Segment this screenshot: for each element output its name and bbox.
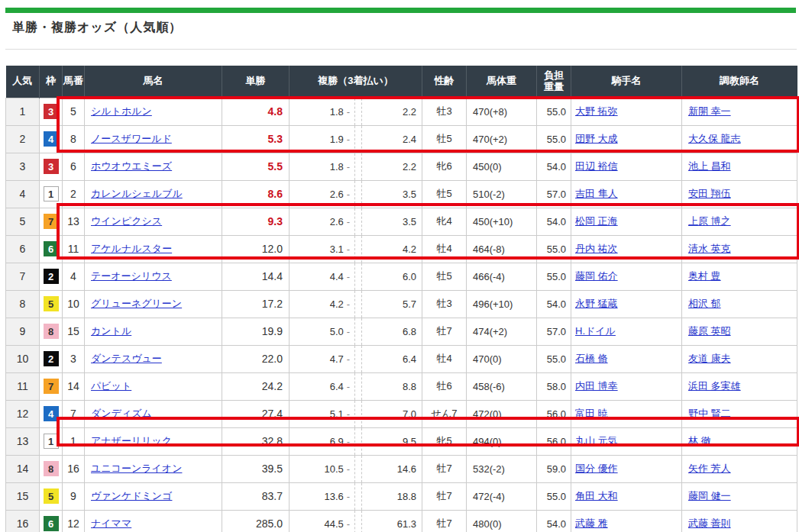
jockey-link[interactable]: 丹内 祐次: [575, 243, 618, 254]
horse-name-link[interactable]: カントル: [91, 325, 131, 337]
place-odds-cell: 5.0-6.8: [290, 318, 422, 345]
bracket-badge: 6: [44, 516, 59, 531]
jockey-link[interactable]: 石橋 脩: [575, 353, 608, 364]
horse-name-link[interactable]: ナイママ: [91, 517, 131, 529]
place-odds-low: 2.6: [290, 216, 344, 227]
horse-number-cell: 4: [63, 263, 85, 290]
bracket-cell: 1: [40, 427, 63, 455]
place-odds-separator: [354, 483, 362, 510]
rank-cell: 16: [6, 510, 40, 532]
trainer-link[interactable]: 浜田 多実雄: [688, 380, 741, 392]
jockey-link[interactable]: 永野 猛蔵: [575, 298, 618, 309]
horse-name-link[interactable]: テーオーシリウス: [91, 270, 172, 282]
place-odds-dash: -: [347, 491, 350, 502]
bracket-badge: 3: [44, 104, 59, 119]
jockey-cell: 丸山 元気: [571, 427, 682, 455]
jockey-cell: 吉田 隼人: [571, 180, 682, 208]
horse-name-cell: ダンテスヴュー: [85, 345, 222, 372]
horse-name-link[interactable]: カレンルシェルブル: [91, 188, 183, 199]
horse-number-cell: 1: [63, 427, 85, 455]
impost-cell: 55.0: [537, 98, 571, 125]
jockey-link[interactable]: H.ドイル: [575, 325, 616, 337]
trainer-cell: 野中 賢二: [682, 400, 797, 427]
horse-name-link[interactable]: ダンテスヴュー: [91, 353, 162, 364]
place-odds-cell: 1.8-2.2: [290, 153, 422, 180]
place-odds-separator: [354, 318, 362, 345]
horse-name-link[interactable]: ホウオウエミーズ: [91, 160, 172, 172]
trainer-link[interactable]: 林 徹: [688, 435, 711, 447]
jockey-link[interactable]: 吉田 隼人: [575, 188, 618, 199]
trainer-link[interactable]: 相沢 郁: [688, 298, 721, 309]
horse-name-link[interactable]: ユニコーンライオン: [91, 463, 182, 474]
trainer-link[interactable]: 大久保 龍志: [688, 133, 741, 144]
place-odds-separator: [354, 208, 362, 235]
bracket-badge: 3: [44, 159, 59, 174]
horse-name-link[interactable]: グリューネグリーン: [91, 298, 182, 309]
horse-number-cell: 15: [63, 318, 85, 345]
jockey-link[interactable]: 丸山 元気: [575, 435, 618, 447]
place-odds-dash: -: [347, 408, 350, 420]
place-odds-cell: 1.8-2.2: [290, 98, 422, 125]
place-odds-cell: 10.5-14.6: [290, 455, 422, 482]
trainer-link[interactable]: 池上 昌和: [688, 160, 731, 172]
table-row: 11714パビット24.26.4-8.8牡6458(-6)58.0内田 博幸浜田…: [6, 372, 797, 400]
trainer-link[interactable]: 武藤 善則: [688, 517, 731, 529]
header-bracket: 枠: [40, 66, 63, 98]
place-odds-high: 7.0: [362, 408, 422, 420]
place-odds-high: 6.0: [362, 271, 422, 282]
trainer-link[interactable]: 安田 翔伍: [688, 188, 731, 199]
trainer-link[interactable]: 矢作 芳人: [688, 463, 731, 474]
place-odds-dash: -: [347, 518, 350, 530]
jockey-link[interactable]: 田辺 裕信: [575, 160, 618, 172]
impost-cell: 57.0: [537, 180, 571, 208]
horse-name-link[interactable]: アケルナルスター: [91, 243, 172, 254]
place-odds-high: 6.4: [362, 353, 422, 365]
trainer-link[interactable]: 藤岡 健一: [688, 490, 731, 501]
trainer-link[interactable]: 新開 幸一: [688, 105, 731, 117]
bracket-cell: 1: [40, 180, 63, 208]
trainer-link[interactable]: 野中 賢二: [688, 408, 731, 419]
horse-name-cell: ユニコーンライオン: [85, 455, 222, 482]
trainer-link[interactable]: 清水 英克: [688, 243, 731, 254]
table-row: 135シルトホルン4.81.8-2.2牡3470(+8)55.0大野 拓弥新開 …: [6, 98, 797, 125]
jockey-link[interactable]: 武藤 雅: [575, 517, 608, 529]
place-odds-low: 13.6: [290, 491, 344, 502]
horse-name-link[interactable]: ダンディズム: [91, 408, 152, 419]
jockey-link[interactable]: 内田 博幸: [575, 380, 618, 392]
jockey-link[interactable]: 藤岡 佑介: [575, 270, 618, 282]
body-weight-cell: 510(-2): [467, 180, 537, 208]
horse-name-link[interactable]: ヴァンケドミンゴ: [91, 490, 172, 501]
bracket-badge: 2: [44, 351, 59, 366]
table-row: 14816ユニコーンライオン39.510.5-14.6牡7532(-2)59.0…: [6, 455, 797, 482]
jockey-cell: 内田 博幸: [571, 372, 682, 400]
jockey-link[interactable]: 国分 優作: [575, 463, 618, 474]
jockey-link[interactable]: 松岡 正海: [575, 215, 618, 227]
bracket-cell: 7: [40, 208, 63, 235]
horse-name-cell: テーオーシリウス: [85, 263, 222, 290]
horse-name-link[interactable]: シルトホルン: [91, 105, 152, 117]
horse-name-link[interactable]: ノースザワールド: [91, 133, 172, 144]
horse-name-link[interactable]: アナザーリリック: [91, 435, 172, 447]
trainer-link[interactable]: 友道 康夫: [688, 353, 731, 364]
header-impost: 負担重量: [537, 66, 571, 98]
place-odds-range: 13.6-18.8: [290, 483, 422, 510]
horse-name-cell: グリューネグリーン: [85, 290, 222, 318]
rank-cell: 4: [6, 180, 40, 208]
jockey-link[interactable]: 角田 大和: [575, 490, 618, 501]
horse-name-link[interactable]: パビット: [91, 380, 131, 392]
trainer-link[interactable]: 藤原 英昭: [688, 325, 731, 337]
jockey-link[interactable]: 富田 暁: [575, 408, 608, 419]
bracket-badge: 8: [44, 461, 59, 476]
rank-cell: 14: [6, 455, 40, 482]
jockey-link[interactable]: 大野 拓弥: [575, 105, 618, 117]
trainer-link[interactable]: 奥村 豊: [688, 270, 721, 282]
horse-name-link[interactable]: ウインピクシス: [91, 215, 162, 227]
impost-cell: 59.0: [537, 455, 571, 482]
jockey-link[interactable]: 団野 大成: [575, 133, 618, 144]
place-odds-low: 5.0: [290, 326, 344, 337]
trainer-link[interactable]: 上原 博之: [688, 215, 731, 227]
place-odds-separator: [354, 456, 362, 482]
place-odds-low: 2.6: [290, 189, 344, 200]
horse-name-cell: ホウオウエミーズ: [85, 153, 222, 180]
rank-cell: 9: [6, 318, 40, 345]
